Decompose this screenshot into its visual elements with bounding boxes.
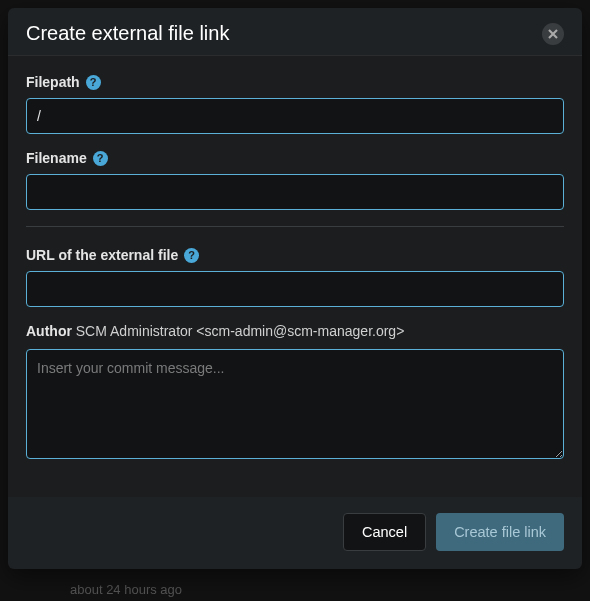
author-label: Author — [26, 323, 72, 339]
help-icon[interactable]: ? — [184, 248, 199, 263]
filepath-label-row: Filepath ? — [26, 74, 564, 90]
modal-footer: Cancel Create file link — [8, 497, 582, 569]
author-value: SCM Administrator <scm-admin@scm-manager… — [76, 323, 405, 339]
filename-label: Filename — [26, 150, 87, 166]
filename-input[interactable] — [26, 174, 564, 210]
url-input[interactable] — [26, 271, 564, 307]
help-icon[interactable]: ? — [86, 75, 101, 90]
help-icon[interactable]: ? — [93, 151, 108, 166]
modal-title: Create external file link — [26, 22, 229, 45]
modal-header: Create external file link — [8, 8, 582, 55]
author-line: Author SCM Administrator <scm-admin@scm-… — [26, 323, 564, 339]
create-file-link-button[interactable]: Create file link — [436, 513, 564, 551]
url-field: URL of the external file ? — [26, 247, 564, 307]
commit-message-textarea[interactable] — [26, 349, 564, 459]
url-label: URL of the external file — [26, 247, 178, 263]
commit-field: Author SCM Administrator <scm-admin@scm-… — [26, 323, 564, 463]
separator — [26, 226, 564, 227]
filepath-label: Filepath — [26, 74, 80, 90]
backdrop-text: about 24 hours ago — [70, 582, 182, 597]
close-button[interactable] — [542, 23, 564, 45]
url-label-row: URL of the external file ? — [26, 247, 564, 263]
filename-field: Filename ? — [26, 150, 564, 210]
create-external-file-link-modal: Create external file link Filepath ? Fil… — [8, 8, 582, 569]
close-icon — [548, 29, 558, 39]
filepath-input[interactable] — [26, 98, 564, 134]
filename-label-row: Filename ? — [26, 150, 564, 166]
modal-body: Filepath ? Filename ? URL of the externa… — [8, 55, 582, 497]
filepath-field: Filepath ? — [26, 74, 564, 134]
cancel-button[interactable]: Cancel — [343, 513, 426, 551]
